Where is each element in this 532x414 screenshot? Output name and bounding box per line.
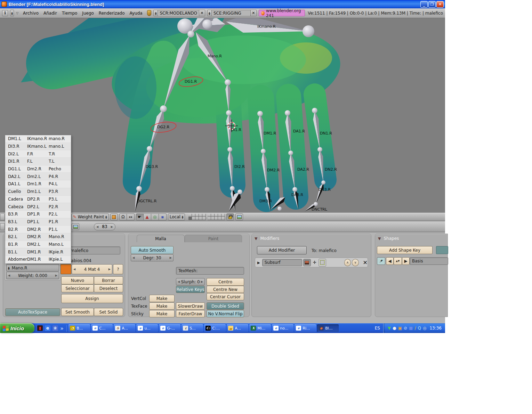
layer-cell[interactable]: [202, 214, 206, 217]
popup-item[interactable]: DI1.R: [5, 159, 27, 164]
layer-buttons[interactable]: [188, 214, 225, 220]
popup-row[interactable]: CabezaDP2.LP2.R: [5, 203, 71, 211]
shape-next-icon[interactable]: ▶: [402, 257, 410, 265]
screen-selector[interactable]: ▲▼ SCR:MODELANDO ✕: [153, 10, 205, 16]
shape-pin-icon[interactable]: 📌︎: [377, 257, 385, 265]
minimize-button[interactable]: _: [420, 1, 428, 8]
screen-name[interactable]: SCR:MODELANDO: [158, 10, 199, 16]
modifier-expand-icon[interactable]: ▶: [257, 261, 260, 265]
material-index-field[interactable]: ◀4 Mat 4▶: [72, 264, 112, 274]
taskbar-task-c[interactable]: C:C:...: [204, 324, 226, 332]
popup-item[interactable]: Cuello: [5, 189, 27, 194]
seleccionar-button[interactable]: Seleccionar: [61, 284, 94, 292]
popup-row[interactable]: DI3.RIKmano.Lmano.L: [5, 143, 71, 151]
borrar-button[interactable]: Borrar: [94, 276, 123, 284]
layer-cell[interactable]: [218, 217, 221, 220]
popup-item[interactable]: Mano.R: [49, 234, 71, 239]
scene-name[interactable]: SCE:RIGGING: [212, 10, 251, 16]
popup-item[interactable]: Abdomen: [5, 257, 27, 262]
popup-item[interactable]: DA1.L: [5, 181, 27, 186]
popup-item[interactable]: B2.R: [5, 227, 27, 232]
menu-renderizado[interactable]: Renderizado: [96, 11, 127, 16]
popup-item[interactable]: B3.L: [5, 219, 27, 224]
header-collapse-icon[interactable]: ▽: [16, 11, 18, 15]
taskbar-task-s[interactable]: ◖S...: [182, 324, 203, 332]
shape-key-name-field[interactable]: Basis: [410, 257, 448, 265]
nuevo-button[interactable]: Nuevo: [61, 276, 94, 284]
quick-launch-icon[interactable]: e: [45, 325, 50, 331]
set-solid-button[interactable]: Set Solid: [94, 308, 123, 316]
popup-item[interactable]: P1.R: [49, 219, 71, 224]
popup-item[interactable]: mano.R: [49, 136, 71, 141]
language-indicator[interactable]: ES: [372, 326, 383, 331]
popup-row[interactable]: DG1.LDm2.RPecho: [5, 165, 71, 173]
texmesh-field[interactable]: TexMesh:: [176, 267, 244, 275]
quick-launch-icon[interactable]: ▮: [37, 325, 43, 331]
texface-make-button[interactable]: Make: [149, 302, 175, 310]
layer-cell[interactable]: [188, 214, 192, 217]
weight-slider[interactable]: ◀Weight: 0.000▶: [6, 272, 59, 279]
popup-row[interactable]: B3.LDP1.LP1.R: [5, 218, 71, 226]
modifier-editmode-icon[interactable]: [319, 259, 326, 267]
popup-item[interactable]: IKpie.R: [49, 250, 71, 254]
popup-item[interactable]: F.L: [27, 159, 49, 164]
popup-row[interactable]: CuelloDm1.LP3.R: [5, 188, 71, 196]
popup-item[interactable]: Mano.L: [49, 242, 71, 247]
popup-row[interactable]: CaderaDP2.RP3.L: [5, 196, 71, 203]
centrar-cursor-button[interactable]: Centrar Cursor: [207, 293, 244, 300]
centre-new-button[interactable]: Centre New: [207, 286, 244, 293]
popup-row[interactable]: B2.RDM2.RP1.L: [5, 226, 71, 233]
degr-slider[interactable]: ◀Degr: 30▶: [131, 254, 174, 261]
layer-cell[interactable]: [211, 217, 215, 220]
taskbar-task-c[interactable]: eC...: [91, 324, 113, 332]
popup-item[interactable]: F.R: [27, 152, 49, 156]
snap-icon[interactable]: ↔: [127, 213, 135, 220]
taskbar-task-bl[interactable]: ◉Bl...: [317, 324, 339, 332]
popup-item[interactable]: P2.R: [49, 204, 71, 209]
auto-smooth-toggle[interactable]: Auto Smooth: [131, 246, 174, 254]
popup-item[interactable]: DP2.L: [27, 204, 49, 209]
menu-archivo[interactable]: Archivo: [21, 11, 41, 16]
layer-cell[interactable]: [218, 214, 221, 217]
set-smooth-button[interactable]: Set Smooth: [61, 308, 94, 316]
popup-item[interactable]: Dm1.R: [27, 181, 49, 186]
menu-añadir[interactable]: Añadir: [41, 11, 59, 16]
mesh-name-text[interactable]: labios.004: [70, 258, 91, 263]
proportional-edit-icon[interactable]: Ω: [119, 213, 127, 220]
help-button[interactable]: ?: [113, 264, 123, 274]
lock-icon[interactable]: [226, 213, 234, 220]
popup-item[interactable]: DG1.L: [5, 167, 27, 171]
taskbar-task-u[interactable]: eu...: [136, 324, 158, 332]
tray-icon[interactable]: ●: [393, 326, 396, 330]
popup-item[interactable]: DM1.L: [5, 136, 27, 141]
popup-item[interactable]: B1.R: [5, 242, 27, 247]
popup-item[interactable]: IKmano.L: [27, 144, 49, 149]
modifier-render-icon[interactable]: [303, 259, 311, 266]
layer-cell[interactable]: [192, 217, 195, 220]
popup-item[interactable]: DM2.L: [27, 242, 49, 247]
taskbar-task-no[interactable]: eno...: [272, 324, 293, 332]
popup-item[interactable]: IKmano.R: [27, 136, 49, 141]
popup-item[interactable]: Cabeza: [5, 204, 27, 209]
draw-type-icon[interactable]: [110, 213, 118, 220]
frame-left-arrow-icon[interactable]: ◀: [96, 225, 98, 228]
quick-launch-icon[interactable]: ❀: [53, 325, 58, 331]
close-button[interactable]: ✕: [436, 1, 444, 8]
layer-cell[interactable]: [195, 217, 199, 220]
popup-item[interactable]: DP1.L: [27, 219, 49, 224]
double-sided-toggle[interactable]: Double Sided: [207, 302, 244, 310]
scene-stepper-icon[interactable]: ▲▼: [207, 10, 212, 16]
modifier-delete-icon[interactable]: ✕: [363, 259, 368, 266]
fasterdraw-button[interactable]: FasterDraw: [176, 310, 205, 317]
popup-item[interactable]: B3.R: [5, 212, 27, 217]
modifier-up-icon[interactable]: ∧: [344, 259, 351, 266]
popup-item[interactable]: B2.L: [5, 234, 27, 239]
window-type-stepper[interactable]: ▲▼: [10, 10, 14, 16]
popup-row[interactable]: B3.RDP1.RP2.L: [5, 211, 71, 218]
slowerdraw-button[interactable]: SlowerDraw: [176, 302, 205, 310]
popup-item[interactable]: DM2.R: [27, 227, 49, 232]
layer-cell[interactable]: [221, 217, 225, 220]
add-shape-key-button[interactable]: Add Shape Key: [377, 246, 433, 254]
layer-cell[interactable]: [208, 214, 211, 217]
popup-item[interactable]: P4.R: [49, 174, 71, 179]
